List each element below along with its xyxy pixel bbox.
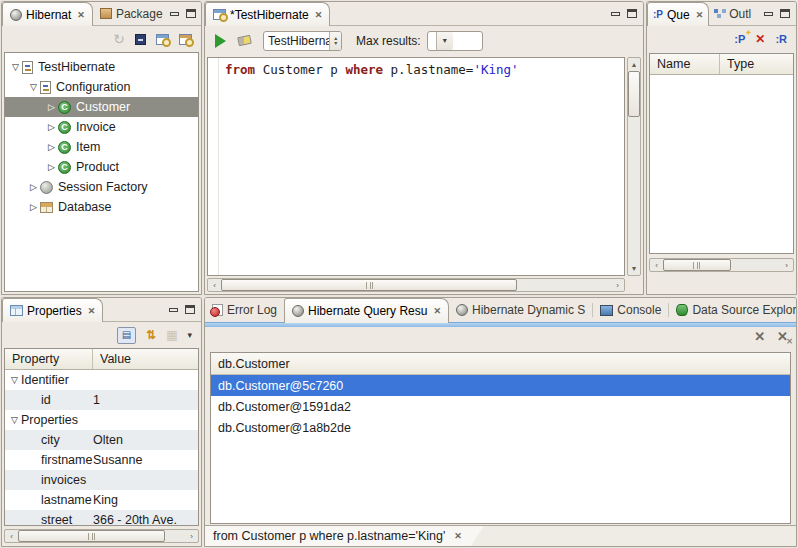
- editor-vertical-scrollbar[interactable]: ▴ ▾: [627, 57, 641, 276]
- chevron-down-icon[interactable]: ▾: [436, 32, 453, 50]
- properties-table-header: Property Value: [5, 349, 198, 370]
- session-factory-icon: [40, 181, 53, 194]
- tree-item-invoice[interactable]: ▷ C Invoice: [5, 117, 198, 137]
- tab-properties[interactable]: Properties ✕: [2, 298, 103, 322]
- result-row[interactable]: db.Customer@5c7260: [211, 375, 790, 396]
- expander-icon[interactable]: ▷: [27, 202, 40, 212]
- expander-icon[interactable]: ▽: [27, 82, 40, 92]
- property-row-city[interactable]: city Olten: [5, 430, 198, 450]
- close-icon[interactable]: ✕: [77, 10, 85, 20]
- expander-icon[interactable]: ▷: [45, 122, 58, 132]
- tree-item-database[interactable]: ▷ Database: [5, 197, 198, 217]
- tree-item-configuration[interactable]: ▽ Configuration: [5, 77, 198, 97]
- open-hql-editor-icon[interactable]: [156, 34, 169, 45]
- expander-icon[interactable]: ▽: [8, 375, 21, 385]
- open-criteria-editor-icon[interactable]: [179, 34, 192, 45]
- tab-console[interactable]: Console: [593, 298, 668, 322]
- hibernate-icon: [292, 305, 304, 317]
- show-categories-icon[interactable]: ▤: [117, 327, 136, 344]
- scrollbar-thumb[interactable]: [18, 530, 165, 542]
- new-parameter-icon[interactable]: :P✦: [734, 34, 745, 45]
- expander-icon[interactable]: ▷: [45, 162, 58, 172]
- tab-query-parameters[interactable]: :P Que ✕: [647, 2, 709, 26]
- properties-horizontal-scrollbar[interactable]: ‹ ›: [4, 529, 199, 543]
- minimize-icon[interactable]: [169, 308, 178, 312]
- close-icon[interactable]: ✕: [454, 531, 462, 541]
- editor-horizontal-scrollbar[interactable]: ‹ ›: [207, 278, 625, 292]
- result-row[interactable]: db.Customer@1a8b2de: [211, 417, 790, 438]
- clear-editor-icon[interactable]: [237, 35, 252, 47]
- tab-hibernate-configurations[interactable]: Hibernat ✕: [2, 2, 93, 26]
- tab-label: Console: [617, 303, 661, 317]
- scroll-right-icon[interactable]: ›: [780, 259, 793, 271]
- class-icon: C: [58, 121, 71, 134]
- minimize-icon[interactable]: [764, 12, 773, 16]
- maximize-icon[interactable]: [627, 9, 637, 18]
- property-row-invoices[interactable]: invoices: [5, 470, 198, 490]
- expander-icon[interactable]: ▷: [27, 182, 40, 192]
- close-icon[interactable]: ✕: [88, 306, 96, 316]
- view-menu-icon[interactable]: ▾: [187, 331, 192, 340]
- tree-item-item[interactable]: ▷ C Item: [5, 137, 198, 157]
- property-row-identifier[interactable]: ▽Identifier: [5, 370, 198, 390]
- scroll-left-icon[interactable]: ‹: [5, 530, 18, 542]
- scrollbar-thumb[interactable]: [628, 71, 640, 117]
- query-page-tab[interactable]: from Customer p where p.lastname='King' …: [205, 526, 484, 546]
- configuration-combo[interactable]: TestHiberna ▴▾: [263, 31, 342, 51]
- tree-item-session-factory[interactable]: ▷ Session Factory: [5, 177, 198, 197]
- delete-parameter-icon[interactable]: ✕: [755, 33, 765, 45]
- property-row-street[interactable]: street 366 - 20th Ave.: [5, 510, 198, 526]
- scrollbar-thumb[interactable]: [663, 259, 731, 271]
- expander-icon[interactable]: ▽: [8, 415, 21, 425]
- maximize-icon[interactable]: [185, 305, 195, 314]
- hql-code-area[interactable]: from Customer p where p.lastname='King': [207, 57, 625, 276]
- result-row[interactable]: db.Customer@1591da2: [211, 396, 790, 417]
- close-icon[interactable]: ✕: [433, 306, 441, 316]
- scroll-right-icon[interactable]: ›: [185, 530, 198, 542]
- scroll-up-icon[interactable]: ▴: [628, 58, 640, 71]
- scrollbar-thumb[interactable]: [221, 279, 517, 291]
- minimize-icon[interactable]: [611, 12, 620, 16]
- filter-icon[interactable]: ▦: [166, 329, 177, 341]
- tab-error-log[interactable]: Error Log: [205, 298, 284, 322]
- scroll-left-icon[interactable]: ‹: [650, 259, 663, 271]
- close-icon[interactable]: ✕: [315, 10, 323, 20]
- scroll-right-icon[interactable]: ›: [611, 279, 624, 291]
- property-row-id[interactable]: id 1: [5, 390, 198, 410]
- params-horizontal-scrollbar[interactable]: ‹ ›: [649, 258, 794, 272]
- max-results-combo[interactable]: ▾: [427, 31, 483, 51]
- tree-item-label: Product: [76, 160, 119, 174]
- maximize-icon[interactable]: [186, 9, 196, 18]
- tab-package-explorer[interactable]: Package: [93, 2, 170, 25]
- tab-hibernate-query-results[interactable]: Hibernate Query Resu ✕: [284, 298, 449, 323]
- tab-label: Data Source Explorer: [692, 303, 797, 317]
- sort-icon[interactable]: ⇅: [146, 329, 156, 341]
- run-query-icon[interactable]: [215, 34, 226, 48]
- tree-item-testhibernate[interactable]: ▽ TestHibernate: [5, 57, 198, 77]
- tab-testhibernate-editor[interactable]: *TestHibernate ✕: [205, 2, 330, 26]
- expander-icon[interactable]: ▷: [45, 102, 58, 112]
- scroll-down-icon[interactable]: ▾: [628, 262, 640, 275]
- scroll-left-icon[interactable]: ‹: [208, 279, 221, 291]
- tab-hibernate-dynamic-sql[interactable]: Hibernate Dynamic S: [449, 298, 592, 322]
- maximize-icon[interactable]: [780, 9, 790, 18]
- spinner-icon[interactable]: ▴▾: [329, 32, 341, 50]
- property-row-lastname[interactable]: lastname King: [5, 490, 198, 510]
- params-table-header: Name Type: [650, 54, 793, 75]
- tree-item-product[interactable]: ▷ C Product: [5, 157, 198, 177]
- tree-item-customer[interactable]: ▷ C Customer: [5, 97, 198, 117]
- property-row-properties[interactable]: ▽Properties: [5, 410, 198, 430]
- remove-result-icon[interactable]: ✕: [754, 330, 765, 343]
- expander-icon[interactable]: ▷: [45, 142, 58, 152]
- clear-parameters-icon[interactable]: :R: [775, 34, 787, 45]
- tab-outline[interactable]: Outl: [709, 2, 756, 25]
- refresh-icon[interactable]: ↻: [113, 32, 125, 46]
- minimize-icon[interactable]: [170, 12, 179, 16]
- remove-all-results-icon[interactable]: ✕✕: [777, 330, 788, 343]
- tab-data-source-explorer[interactable]: Data Source Explorer: [669, 298, 797, 322]
- results-body: ✕ ✕✕ db.Customer db.Customer@5c7260 db.C…: [205, 327, 796, 546]
- add-configuration-icon[interactable]: [135, 34, 146, 45]
- expander-icon[interactable]: ▽: [9, 62, 22, 72]
- property-row-firstname[interactable]: firstname Susanne: [5, 450, 198, 470]
- close-icon[interactable]: ✕: [696, 10, 704, 20]
